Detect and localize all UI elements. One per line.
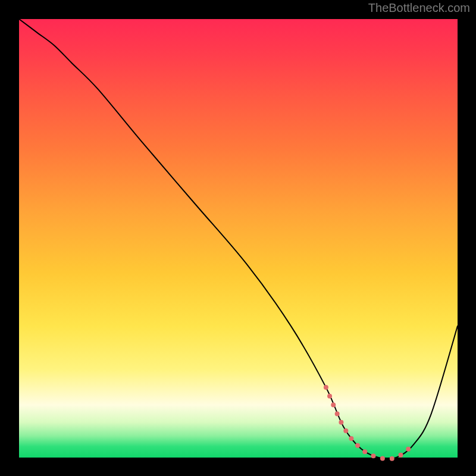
curve-layer [19, 19, 458, 458]
bottleneck-curve [19, 19, 458, 459]
chart-root: TheBottleneck.com [0, 0, 476, 476]
attribution-label: TheBottleneck.com [368, 1, 470, 15]
plot-gradient-background [19, 19, 458, 458]
valley-marker-dots [326, 387, 414, 459]
